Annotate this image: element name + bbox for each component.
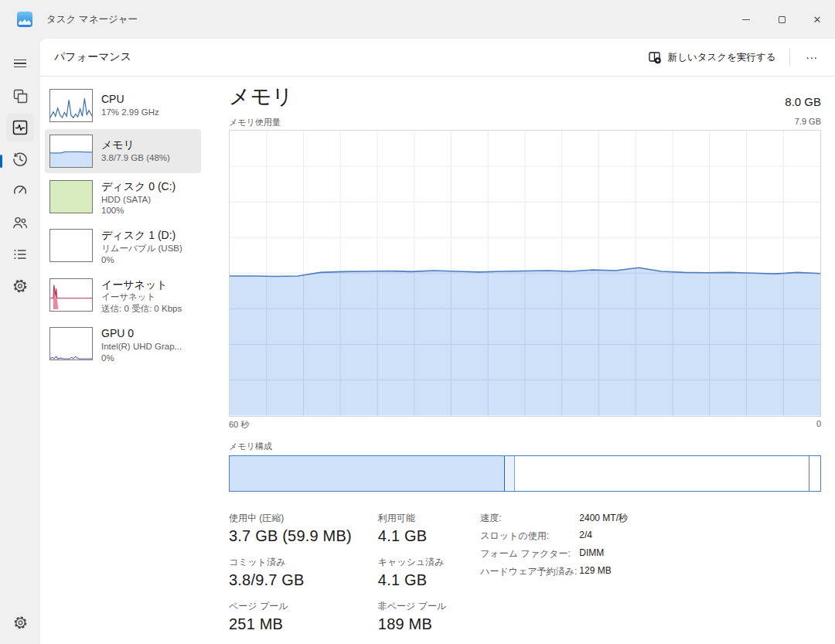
history-clock-icon [12,152,28,167]
window-title: タスク マネージャー [46,13,138,26]
sidebar-item-details[interactable] [6,240,34,268]
chart-x-right-label: 0 [816,419,821,431]
stat-non-paged-pool: 非ページ プール 189 MB [378,600,446,633]
composition-segment-modified[interactable] [505,456,515,491]
sidebar-item-performance[interactable] [6,114,34,141]
stat-paged-pool: ページ プール 251 MB [229,600,352,633]
resource-subtitle2: 0% [101,254,182,266]
gear-icon [13,615,28,630]
stat-in-use: 使用中 (圧縮) 3.7 GB (59.9 MB) [229,512,352,545]
settings-button[interactable] [6,608,34,636]
page-title: パフォーマンス [54,50,131,64]
memory-detail-pane: メモリ 8.0 GB メモリ使用量 7.9 GB 60 秒 0 メモリ構成 [206,77,835,644]
chart-x-left-label: 60 秒 [229,419,249,431]
resource-title: CPU [101,93,159,107]
memory-composition-label: メモリ構成 [229,441,821,452]
new-task-icon [649,51,662,64]
resource-title: ディスク 0 (C:) [101,180,176,194]
composition-segment-free[interactable] [809,456,820,491]
resource-item-cpu[interactable]: CPU 17% 2.99 GHz [45,83,201,128]
pulse-square-icon [12,120,28,135]
ethernet-thumbnail-chart [49,278,93,312]
header-divider [789,49,790,66]
composition-segment-in-use[interactable] [230,456,505,491]
resource-subtitle2: 100% [101,205,176,216]
cpu-thumbnail-chart [49,89,93,122]
minimize-button[interactable] [728,0,764,39]
people-icon [12,215,28,230]
stat-speed: 速度: 2400 MT/秒 [480,512,628,525]
sidebar-item-users[interactable] [6,209,34,237]
stat-committed: コミット済み 3.8/9.7 GB [229,556,352,589]
resource-subtitle: HDD (SATA) [101,194,176,206]
memory-pane-title: メモリ [229,83,293,111]
task-manager-app-icon [17,12,32,27]
close-icon: ✕ [813,15,822,25]
stat-hw-reserved: ハードウェア予約済み: 129 MB [480,565,628,578]
resource-subtitle: Intel(R) UHD Grap... [101,341,182,353]
resource-title: ディスク 1 (D:) [101,229,182,243]
memory-stats: 使用中 (圧縮) 3.7 GB (59.9 MB) 利用可能 4.1 GB コミ… [229,512,821,644]
title-bar: タスク マネージャー ✕ [0,0,835,39]
stat-form-factor: フォーム ファクター: DIMM [480,547,628,561]
maximize-button[interactable] [764,0,799,39]
close-button[interactable]: ✕ [799,0,835,39]
resource-subtitle: リムーバブル (USB) [101,243,182,254]
hamburger-menu-button[interactable] [6,49,34,77]
resource-subtitle: 17% 2.99 GHz [101,107,159,118]
stat-cached: キャッシュ済み 4.1 GB [378,556,446,589]
resource-subtitle: イーサネット [101,291,182,303]
memory-composition-bar[interactable] [229,455,821,492]
memory-usage-label: メモリ使用量 [229,117,281,128]
navigation-rail [0,39,40,644]
hamburger-icon [14,60,26,67]
sidebar-item-app-history[interactable] [6,145,34,173]
composition-segment-standby[interactable] [515,456,809,491]
resource-subtitle: 3.8/7.9 GB (48%) [101,152,170,164]
disk1-thumbnail-chart [49,229,93,262]
resource-title: GPU 0 [101,327,182,341]
selected-indicator [0,155,2,168]
resource-item-ethernet[interactable]: イーサネット イーサネット 送信: 0 受信: 0 Kbps [45,273,201,320]
stat-available: 利用可能 4.1 GB [378,512,446,545]
minimize-icon [742,19,750,20]
gauge-icon [12,183,28,199]
list-icon [12,247,28,262]
resource-item-memory[interactable]: メモリ 3.8/7.9 GB (48%) [45,129,201,173]
performance-resource-list: CPU 17% 2.99 GHz メモリ 3.8/7.9 GB (48%) [40,77,206,644]
sidebar-item-startup-apps[interactable] [6,177,34,205]
maximize-icon [779,16,786,23]
sidebar-item-processes[interactable] [6,82,34,110]
chart-y-max-label: 7.9 GB [795,117,821,128]
memory-usage-chart [229,130,821,417]
resource-title: イーサネット [101,278,182,292]
resource-item-gpu0[interactable]: GPU 0 Intel(R) UHD Grap... 0% [45,322,201,369]
sidebar-item-services[interactable] [6,272,34,300]
memory-total-capacity: 8.0 GB [785,95,821,111]
resource-item-disk0[interactable]: ディスク 0 (C:) HDD (SATA) 100% [45,175,201,222]
main-card: パフォーマンス 新しいタスクを実行する ... [40,39,835,644]
resource-subtitle2: 送信: 0 受信: 0 Kbps [101,303,182,315]
stat-slots-used: スロットの使用: 2/4 [480,530,628,543]
run-new-task-label: 新しいタスクを実行する [668,51,776,64]
grid-windows-icon [13,89,28,104]
run-new-task-button[interactable]: 新しいタスクを実行する [641,46,784,69]
gpu0-thumbnail-chart [49,327,93,360]
disk0-thumbnail-chart [49,180,93,213]
resource-title: メモリ [101,138,170,152]
resource-item-disk1[interactable]: ディスク 1 (D:) リムーバブル (USB) 0% [45,223,201,271]
resource-subtitle2: 0% [101,353,182,364]
more-options-button[interactable]: ... [796,46,827,69]
memory-thumbnail-chart [49,135,93,168]
page-header: パフォーマンス 新しいタスクを実行する ... [40,39,835,77]
gear-outline-icon [12,278,28,294]
